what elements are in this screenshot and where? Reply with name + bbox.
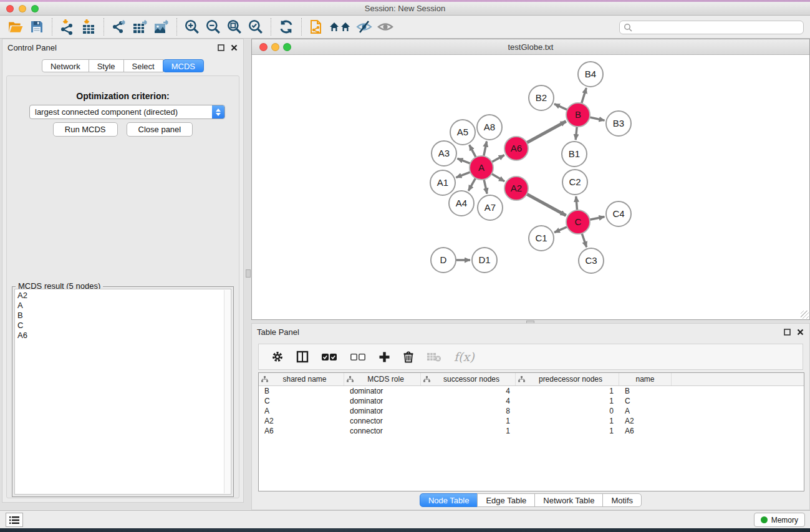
close-panel-button[interactable]: Close panel [127,122,193,137]
mcds-result-item[interactable]: B [17,311,228,321]
float-table-panel-icon[interactable] [783,328,791,336]
tab-style[interactable]: Style [89,59,124,72]
show-graphics-details-button[interactable] [375,17,396,36]
export-image-button[interactable] [151,17,172,36]
column-header-mcds-role[interactable]: MCDS role [344,373,421,385]
table-cell[interactable]: C [259,396,344,406]
table-cell[interactable]: B [619,386,672,396]
float-panel-icon[interactable] [217,44,225,52]
close-table-panel-icon[interactable] [796,328,804,336]
table-cell[interactable]: connector [344,416,421,426]
zoom-selected-button[interactable] [245,17,266,36]
close-window-button[interactable] [6,5,14,12]
export-network-button[interactable] [108,17,130,36]
delete-table-button[interactable] [427,352,441,362]
import-network-button[interactable] [57,17,78,36]
network-close-button[interactable] [259,43,268,51]
run-mcds-button[interactable]: Run MCDS [53,122,118,137]
function-builder-button[interactable]: f(x) [454,350,475,364]
tab-network[interactable]: Network [42,59,89,72]
tab-edge-table[interactable]: Edge Table [477,493,535,507]
hide-graphics-details-button[interactable] [354,17,375,36]
table-cell[interactable]: connector [344,426,421,436]
table-options-button[interactable] [271,351,284,363]
table-cell[interactable]: 1 [516,386,619,396]
mcds-result-item[interactable]: A6 [17,331,228,341]
import-table-button[interactable] [78,17,99,36]
graph-node-label: B [575,109,581,120]
criterion-dropdown[interactable]: largest connected component (directed) [29,105,225,119]
table-cell[interactable]: 1 [516,416,619,426]
duplicate-network-button[interactable] [306,17,327,36]
mcds-result-list[interactable]: A2ABCA6 [14,289,231,495]
table-cell[interactable]: 1 [516,396,619,406]
column-header-shared-name[interactable]: shared name [259,373,344,385]
table-cell[interactable]: C [619,396,672,406]
mcds-result-item[interactable]: A2 [17,291,228,301]
table-cell[interactable]: 1 [516,426,619,436]
network-canvas[interactable]: B4B2BB3A8A5A6A3B1AC2A1A2A4A7C4CC1DD1C3 [252,55,809,319]
apply-layout-button[interactable] [276,17,297,36]
scrollbar-track[interactable] [224,290,230,493]
table-cell[interactable]: 4 [421,396,516,406]
unselect-all-columns-button[interactable] [350,353,366,361]
column-header-name[interactable]: name [619,373,672,385]
import-network-icon [59,19,75,35]
column-header-successor-nodes[interactable]: successor nodes [421,373,516,385]
resize-grip-icon[interactable] [801,311,809,319]
zoom-fit-button[interactable] [224,17,245,36]
network-zoom-button[interactable] [283,43,291,51]
zoom-out-button[interactable] [203,17,224,36]
table-cell[interactable]: A [619,406,672,416]
table-cell[interactable]: dominator [344,406,421,416]
houses-icon [329,19,352,34]
search-input[interactable] [632,23,799,32]
create-column-button[interactable] [378,351,390,363]
mcds-result-item[interactable]: A [17,301,228,311]
zoom-window-button[interactable] [31,5,39,12]
table-cell[interactable]: A2 [619,416,672,426]
select-all-columns-button[interactable] [321,353,337,361]
table-cell[interactable]: 8 [421,406,516,416]
table-cell[interactable]: B [259,386,344,396]
task-history-button[interactable] [6,513,23,527]
tab-motifs[interactable]: Motifs [602,493,642,507]
table-row[interactable]: Cdominator41C [259,396,804,406]
table-cell[interactable]: 4 [421,386,516,396]
show-columns-button[interactable] [296,351,309,363]
table-cell-filler [672,396,804,406]
open-session-button[interactable] [5,17,26,36]
mcds-result-item[interactable]: C [17,321,228,331]
memory-button[interactable]: Memory [754,513,805,527]
delete-column-button[interactable] [403,351,414,363]
table-cell[interactable]: A6 [619,426,672,436]
network-minimize-button[interactable] [271,43,279,51]
table-row[interactable]: A2connector11A2 [259,416,804,426]
table-cell[interactable]: A [259,406,344,416]
table-cell[interactable]: 1 [421,426,516,436]
zoom-in-button[interactable] [181,17,203,36]
table-cell[interactable]: 0 [516,406,619,416]
table-cell-filler [672,426,804,436]
tab-node-table[interactable]: Node Table [420,493,478,507]
vertical-split-divider-handle[interactable] [246,269,251,278]
table-row[interactable]: Adominator80A [259,406,804,416]
save-session-button[interactable] [26,17,47,36]
table-cell[interactable]: A2 [259,416,344,426]
tab-network-table[interactable]: Network Table [534,493,603,507]
search-field[interactable] [619,21,804,34]
tab-mcds[interactable]: MCDS [163,59,204,72]
table-row[interactable]: Bdominator41B [259,386,804,396]
minimize-window-button[interactable] [19,5,26,12]
table-cell[interactable]: 1 [421,416,516,426]
table-cell[interactable]: dominator [344,396,421,406]
export-table-button[interactable] [130,17,151,36]
column-header-predecessor-nodes[interactable]: predecessor nodes [516,373,619,385]
close-panel-icon[interactable] [230,44,238,52]
table-row[interactable]: A6connector11A6 [259,426,804,436]
control-panel-title: Control Panel [7,43,57,52]
tab-select[interactable]: Select [123,59,163,72]
table-cell[interactable]: A6 [259,426,344,436]
show-networks-button[interactable] [327,17,354,36]
table-cell[interactable]: dominator [344,386,421,396]
